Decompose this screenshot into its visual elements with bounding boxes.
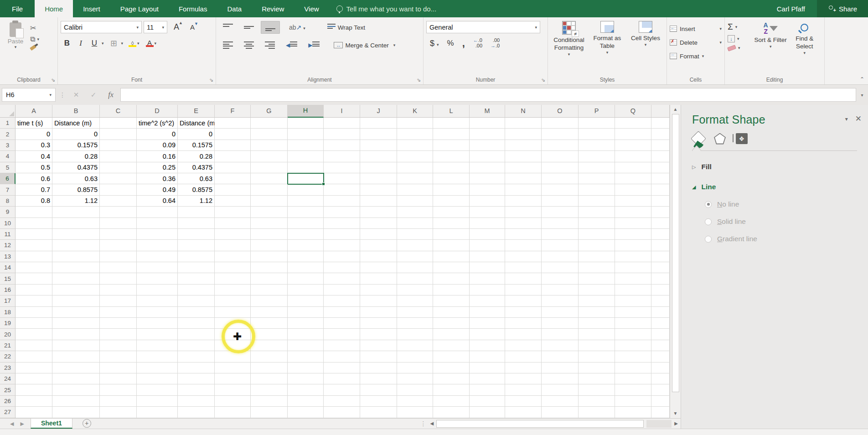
cell-E2[interactable]: 0 [178,129,215,140]
cell-x22[interactable] [651,351,670,362]
cell-x13[interactable] [651,251,670,262]
cell-C17[interactable] [100,295,137,306]
cell-B26[interactable] [52,396,100,407]
cell-Q20[interactable] [615,329,651,340]
select-all-corner[interactable] [0,105,16,118]
cell-G12[interactable] [251,240,288,251]
font-size-select[interactable]: 11 [144,21,167,33]
cell-J15[interactable] [360,273,397,284]
cell-x2[interactable] [651,129,670,140]
cell-O18[interactable] [542,307,579,318]
cell-J16[interactable] [360,285,397,295]
cell-H10[interactable] [288,218,324,229]
next-sheet-arrow[interactable]: ▶ [20,421,24,427]
cell-E5[interactable]: 0.4375 [178,162,215,173]
cell-O12[interactable] [542,240,579,251]
cell-L12[interactable] [433,240,470,251]
row-header-9[interactable]: 9 [0,207,16,218]
cell-K23[interactable] [397,362,433,373]
cell-I7[interactable] [324,184,360,195]
vertical-scroll-thumb[interactable] [672,114,679,392]
cell-H22[interactable] [288,351,324,362]
cell-Q23[interactable] [615,362,651,373]
cell-I13[interactable] [324,251,360,262]
cell-Q14[interactable] [615,262,651,273]
cell-N27[interactable] [505,407,542,418]
cell-F13[interactable] [215,251,251,262]
accounting-format-button[interactable]: $ [430,39,439,48]
cell-styles-button[interactable]: Cell Styles [627,21,664,73]
cell-H9[interactable] [288,207,324,218]
clear-caret[interactable] [738,46,740,50]
cell-K10[interactable] [397,218,433,229]
cell-Q1[interactable] [615,118,651,129]
cell-Q26[interactable] [615,396,651,407]
cell-L23[interactable] [433,362,470,373]
cell-F7[interactable] [215,184,251,195]
cell-M17[interactable] [470,295,505,306]
cell-N24[interactable] [505,373,542,384]
cell-H19[interactable] [288,318,324,329]
cell-Q19[interactable] [615,318,651,329]
font-dialog-launcher[interactable]: ⇘ [209,77,213,83]
cell-H24[interactable] [288,373,324,384]
cell-J17[interactable] [360,295,397,306]
cell-A25[interactable] [16,384,52,395]
cell-K18[interactable] [397,307,433,318]
cell-x7[interactable] [651,184,670,195]
cell-P25[interactable] [579,384,615,395]
cell-x9[interactable] [651,207,670,218]
cell-G3[interactable] [251,140,288,151]
orientation-button[interactable]: ab↗ [289,24,305,31]
cell-K6[interactable] [397,173,433,184]
cell-P15[interactable] [579,273,615,284]
row-header-8[interactable]: 8 [0,196,16,207]
cell-L14[interactable] [433,262,470,273]
cell-C20[interactable] [100,329,137,340]
cell-C10[interactable] [100,218,137,229]
format-painter-button[interactable] [30,46,39,49]
cell-P11[interactable] [579,229,615,240]
cell-M11[interactable] [470,229,505,240]
cell-M24[interactable] [470,373,505,384]
cell-C27[interactable] [100,407,137,418]
scroll-up-arrow[interactable]: ▲ [673,105,678,114]
cell-B23[interactable] [52,362,100,373]
cell-M4[interactable] [470,151,505,162]
cell-Q5[interactable] [615,162,651,173]
cell-H25[interactable] [288,384,324,395]
column-header-P[interactable]: P [579,105,615,118]
cell-D16[interactable] [137,285,178,295]
borders-button[interactable]: ⊞ [108,36,120,50]
cell-G23[interactable] [251,362,288,373]
cell-F22[interactable] [215,351,251,362]
no-line-option[interactable]: No line [705,200,868,208]
cell-K8[interactable] [397,196,433,207]
panel-options-caret[interactable]: ▾ [845,113,852,122]
cell-A15[interactable] [16,273,52,284]
column-header-K[interactable]: K [397,105,433,118]
cell-I20[interactable] [324,329,360,340]
cell-G21[interactable] [251,340,288,351]
cell-A16[interactable] [16,285,52,295]
cell-L25[interactable] [433,384,470,395]
cell-C24[interactable] [100,373,137,384]
vertical-scrollbar[interactable]: ▲ ▼ [670,105,681,418]
cell-Q16[interactable] [615,285,651,295]
cell-O5[interactable] [542,162,579,173]
italic-button[interactable]: I [74,36,87,50]
cell-A19[interactable] [16,318,52,329]
cell-F12[interactable] [215,240,251,251]
cell-K1[interactable] [397,118,433,129]
cell-P23[interactable] [579,362,615,373]
cell-x27[interactable] [651,407,670,418]
row-header-22[interactable]: 22 [0,351,16,362]
cell-H8[interactable] [288,196,324,207]
cell-B22[interactable] [52,351,100,362]
cell-A21[interactable] [16,340,52,351]
cell-A3[interactable]: 0.3 [16,140,52,151]
cell-Q2[interactable] [615,129,651,140]
cell-J26[interactable] [360,396,397,407]
underline-caret[interactable] [102,41,104,46]
column-header-Q[interactable]: Q [615,105,651,118]
